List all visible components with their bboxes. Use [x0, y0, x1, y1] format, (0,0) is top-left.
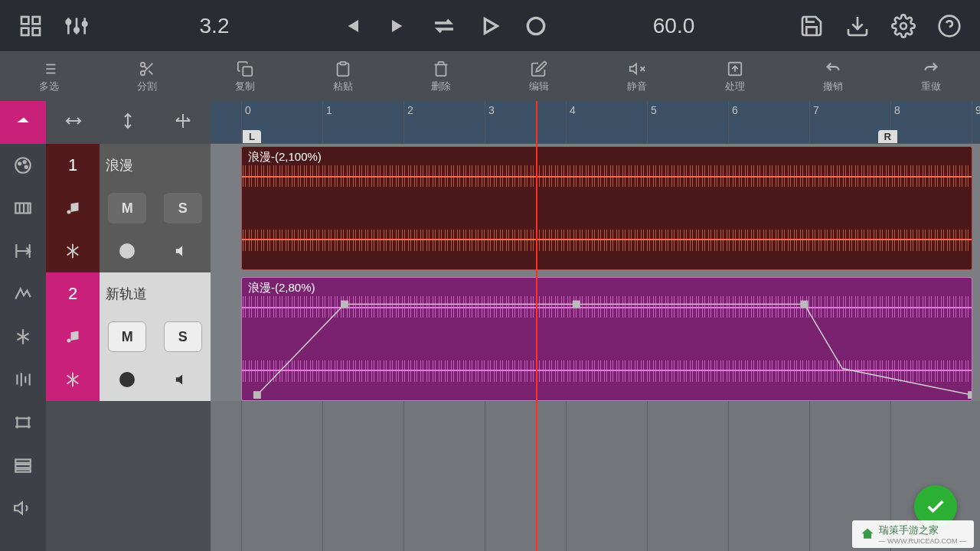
play-icon[interactable] [467, 0, 513, 51]
mute-label: 静音 [627, 80, 647, 93]
track-row-2: 2 新轨道 M S [46, 272, 211, 401]
svg-rect-24 [243, 67, 252, 76]
svg-point-10 [528, 18, 544, 34]
tempo-display[interactable]: 60.0 [628, 14, 720, 38]
svg-point-33 [25, 166, 28, 168]
download-icon[interactable] [835, 0, 880, 51]
svg-marker-51 [176, 246, 182, 256]
freeze-icon[interactable] [46, 358, 100, 401]
move-h-icon[interactable] [58, 106, 89, 139]
svg-rect-25 [340, 61, 345, 64]
timeline-ruler[interactable]: 0 1 2 3 4 5 6 7 8 9 L R [211, 101, 980, 144]
monitor-2[interactable] [172, 368, 194, 391]
watermark-sub: — WWW.RUICEAD.COM — [879, 537, 967, 545]
svg-point-31 [18, 162, 21, 165]
track-name-2[interactable]: 新轨道 [100, 272, 211, 315]
help-icon[interactable] [926, 0, 972, 51]
split-button[interactable]: 分割 [98, 60, 196, 93]
fx-tool[interactable] [0, 315, 46, 358]
ruler-tick: 6 [728, 101, 741, 143]
pointer-tool[interactable] [0, 101, 46, 144]
save-icon[interactable] [789, 0, 835, 51]
mute-btn-1[interactable]: M [108, 193, 146, 223]
svg-marker-49 [15, 502, 22, 514]
note-icon[interactable] [46, 315, 100, 358]
mixer-icon[interactable] [54, 0, 100, 51]
record-arm-2[interactable] [116, 368, 139, 391]
eq-tool[interactable] [0, 358, 46, 401]
track-controls-1: 浪漫 M S [100, 144, 211, 272]
svg-rect-61 [968, 391, 972, 399]
track-number-2: 2 [46, 272, 100, 315]
skip-back-icon[interactable] [329, 0, 375, 51]
mute-btn-2[interactable]: M [108, 321, 146, 352]
ruler-tick: 9 [972, 101, 980, 143]
freeze-icon[interactable] [46, 230, 100, 272]
svg-marker-53 [176, 375, 182, 385]
loop-start-marker[interactable]: L [243, 130, 261, 143]
skip-forward-icon[interactable] [375, 0, 421, 51]
playhead[interactable] [536, 101, 537, 551]
svg-point-30 [15, 158, 31, 173]
paste-button[interactable]: 粘贴 [294, 60, 392, 93]
multiselect-button[interactable]: 多选 [0, 60, 98, 93]
layers-tool[interactable] [0, 444, 46, 487]
process-button[interactable]: 处理 [686, 60, 784, 93]
track-number-col-1[interactable]: 1 [46, 144, 100, 272]
audio-clip-1[interactable]: 浪漫-(2,100%) [241, 146, 972, 270]
snap-tool[interactable] [0, 230, 46, 272]
redo-button[interactable]: 重做 [882, 60, 980, 93]
remove-track-icon[interactable] [130, 517, 142, 543]
top-toolbar: 3.2 60.0 [0, 0, 980, 51]
apps-icon[interactable] [8, 0, 54, 51]
solo-btn-2[interactable]: S [164, 321, 202, 352]
solo-btn-1[interactable]: S [164, 193, 202, 223]
timeline-area[interactable]: 0 1 2 3 4 5 6 7 8 9 L R 浪漫-(2,100%) [211, 101, 980, 551]
watermark-title: 瑞策手游之家 [879, 524, 939, 536]
track-panel: 1 浪漫 M S 2 [46, 101, 211, 551]
settings-icon[interactable] [880, 0, 926, 51]
grid-tool[interactable] [0, 401, 46, 444]
watermark: 瑞策手游之家 — WWW.RUICEAD.COM — [852, 520, 975, 548]
undo-button[interactable]: 撤销 [784, 60, 882, 93]
position-display[interactable]: 3.2 [168, 14, 260, 38]
palette-tool[interactable] [0, 144, 46, 187]
mute-button[interactable]: 静音 [588, 60, 686, 93]
track-name-1[interactable]: 浪漫 [100, 144, 211, 187]
split-label: 分割 [137, 80, 157, 93]
delete-button[interactable]: 删除 [392, 60, 490, 93]
ruler-tick: 1 [322, 101, 335, 143]
audio-clip-2[interactable]: 浪漫-(2,80%) [241, 277, 972, 401]
svg-rect-0 [21, 17, 28, 24]
piano-tool[interactable] [0, 187, 46, 230]
svg-point-7 [74, 28, 78, 31]
copy-label: 复制 [235, 80, 255, 93]
track-number-1: 1 [46, 144, 100, 187]
copy-button[interactable]: 复制 [196, 60, 294, 93]
shuffle-icon[interactable] [180, 517, 192, 543]
multiselect-label: 多选 [39, 80, 59, 93]
svg-rect-46 [15, 459, 31, 462]
edit-button[interactable]: 编辑 [490, 60, 588, 93]
speaker-tool[interactable] [0, 487, 46, 530]
automation-tool[interactable] [0, 272, 46, 315]
left-tool-column [0, 101, 46, 551]
record-icon[interactable] [513, 0, 559, 51]
clip-label-1: 浪漫-(2,100%) [248, 150, 322, 165]
paste-label: 粘贴 [333, 80, 353, 93]
move-v-icon[interactable] [113, 106, 143, 139]
add-track-icon[interactable] [80, 517, 93, 543]
note-icon[interactable] [46, 187, 100, 230]
clip-label-2: 浪漫-(2,80%) [248, 281, 315, 295]
monitor-1[interactable] [172, 240, 194, 262]
record-arm-1[interactable] [116, 240, 139, 262]
track-number-col-2[interactable]: 2 [46, 272, 100, 401]
svg-point-5 [67, 20, 70, 24]
svg-rect-1 [33, 17, 40, 24]
track-header-tools [46, 101, 211, 144]
loop-icon[interactable] [421, 0, 467, 51]
edit-label: 编辑 [529, 80, 549, 93]
svg-point-11 [900, 23, 906, 29]
loop-end-marker[interactable]: R [878, 130, 897, 143]
zoom-fit-icon[interactable] [168, 106, 198, 139]
